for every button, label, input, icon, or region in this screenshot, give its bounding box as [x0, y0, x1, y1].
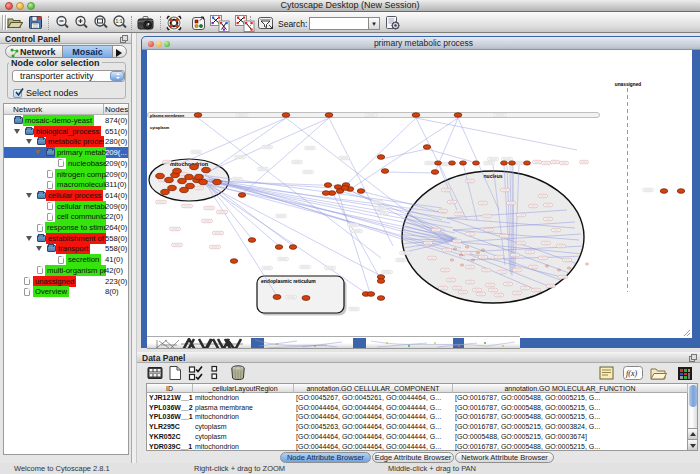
svg-text:1:1: 1:1 [116, 18, 123, 24]
svg-text:nucleus: nucleus [483, 173, 502, 179]
svg-text:unassigned: unassigned [615, 82, 641, 87]
svg-text:f(x): f(x) [626, 369, 637, 378]
svg-text:cytoplasm: cytoplasm [150, 125, 170, 130]
svg-text:endoplasmic reticulum: endoplasmic reticulum [261, 278, 316, 284]
svg-text:plasma membrane: plasma membrane [150, 113, 185, 118]
svg-text:mitochondrion: mitochondrion [170, 161, 208, 167]
